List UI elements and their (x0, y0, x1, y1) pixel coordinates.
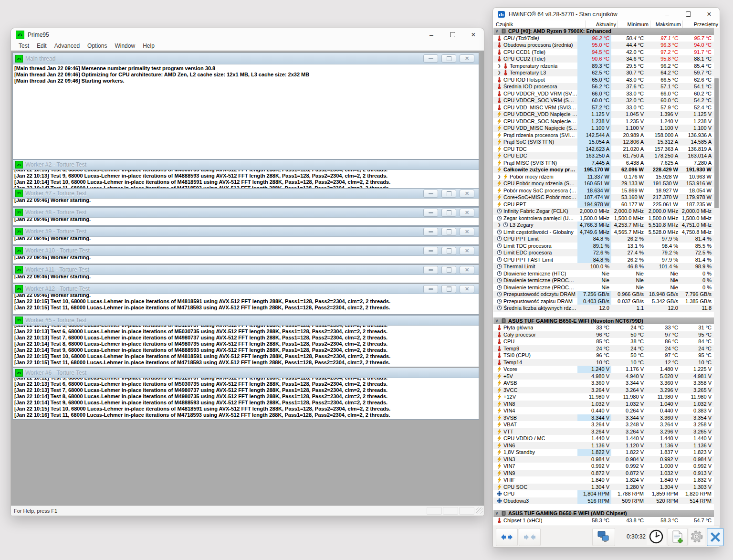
mdi-close-button[interactable]: ✕ (460, 228, 474, 236)
menu-window[interactable]: Window (111, 42, 139, 50)
mdi-close-button[interactable]: ✕ (460, 190, 474, 198)
sensor-row[interactable]: ❯Temperatury rdzenia89.3 °C29.5 °C96.2 °… (493, 63, 719, 70)
sensor-row[interactable]: CPU VDDCR_VDD Napięcie (SVI3 ...1.125 V1… (493, 111, 719, 118)
sensor-row[interactable]: VTT3.264 V3.264 V3.296 V3.265 V (493, 428, 719, 435)
maximize-button[interactable] (678, 8, 699, 21)
sensor-row[interactable]: 1,8V Standby1.822 V1.822 V1.837 V1.823 V (493, 449, 719, 456)
menu-test[interactable]: Test (15, 42, 33, 50)
worker-log[interactable]: [Jan 22 09:46] Worker starting.[Jan 22 1… (13, 294, 479, 314)
maximize-button[interactable] (442, 28, 463, 41)
sensor-row[interactable]: Zegar kontrolera pamięci (UCLK)1,500.0 M… (493, 215, 719, 222)
sensor-row[interactable]: Prąd MISC (SVI3 TFN)7.445 A6.438 A7.625 … (493, 159, 719, 167)
sensor-row[interactable]: VIN81.032 V1.032 V1.040 V1.032 V (493, 401, 719, 408)
sensor-row[interactable]: 3VCC3.264 V3.264 V3.296 V3.265 V (493, 387, 719, 394)
mdi-minimize-button[interactable] (423, 54, 438, 63)
sensor-row[interactable]: CPU PPT194.978 W60.177 W225.061 W187.235… (493, 201, 719, 208)
mdi-close-button[interactable]: ✕ (460, 209, 474, 217)
sensor-row[interactable]: Infinity Fabric Zegar (FCLK)2,000.0 MHz2… (493, 208, 719, 215)
sensor-row[interactable]: Dławienie termiczne (PROCHOT EXT)NieNieN… (493, 284, 719, 291)
mdi-minimize-button[interactable] (423, 228, 438, 236)
column-minimum[interactable]: Minimum (618, 21, 650, 28)
sensor-row[interactable]: Temp1410 °C10 °C12 °C10 °C (493, 359, 719, 366)
sensor-row[interactable]: 3VSB3.344 V3.344 V3.360 V3.354 V (493, 414, 719, 422)
column-maksimum[interactable]: Maksimum (650, 21, 683, 28)
mdi-minimize-button[interactable] (423, 266, 438, 274)
sensor-row[interactable]: +12V11.980 V11.980 V11.980 V11.980 V (493, 393, 719, 401)
sensor-row[interactable]: CPU VDD_MISC VRM (SVI3 TFN)57.2 °C33.0 °… (493, 104, 719, 111)
sensor-row[interactable]: Średnia liczba aktywnych rdzeni12.01.112… (493, 305, 719, 312)
sensor-row[interactable]: CPU85 °C38 °C86 °C84 °C (493, 338, 719, 345)
worker-log[interactable]: [Jan 22 09:46] Worker starting. (13, 237, 479, 244)
sensor-row[interactable]: Temp924 °C24 °C24 °C24 °C (493, 345, 719, 352)
sensor-row[interactable]: Prąd SoC (SVI3 TFN)15.054 A12.806 A15.31… (493, 138, 719, 146)
sensor-row[interactable]: CPU IOD Hotspot65.0 °C43.0 °C66.5 °C62.6… (493, 76, 719, 84)
column-czujnik[interactable]: Czujnik (493, 21, 586, 28)
sensor-row[interactable]: VHIF1.840 V1.824 V1.840 V1.832 V (493, 476, 719, 484)
sensor-row[interactable]: VBAT3.264 V3.248 V3.264 V3.258 V (493, 421, 719, 428)
sensor-row[interactable]: Obudowa procesora (średnia)95.0 °C44.4 °… (493, 42, 719, 49)
worker-log[interactable]: [Jan 22 09:46] Worker starting. (13, 218, 479, 225)
sensor-row[interactable]: Pobór mocy SoC procesora (SVI3 ...18.634… (493, 187, 719, 194)
mdi-maximize-button[interactable] (441, 209, 456, 217)
sensor-row[interactable]: Obudowa3516 RPM509 RPM520 RPM514 RPM (493, 497, 719, 505)
sensor-row[interactable]: TSI0 (CPU)96 °C50 °C97 °C95 °C (493, 352, 719, 359)
sensor-row[interactable]: CPU TDC142.623 A21.020 A157.363 A136.819… (493, 146, 719, 153)
sensor-row[interactable]: Cały procesor96 °C50 °C97 °C95 °C (493, 331, 719, 338)
sensor-row[interactable]: VIN61.136 V1.120 V1.136 V1.136 V (493, 442, 719, 449)
menu-help[interactable]: Help (139, 42, 158, 50)
mdi-maximize-button[interactable] (441, 266, 456, 274)
collapse-chevron-icon[interactable]: ∨ (494, 318, 499, 323)
sensor-row[interactable]: VIN70.992 V0.992 V1.000 V0.992 V (493, 463, 719, 470)
remote-monitoring-button[interactable] (592, 528, 615, 546)
uptime-clock-button[interactable] (647, 528, 666, 545)
worker-titlebar[interactable]: 2ᴾ1 Worker #6 - Torture Test (13, 368, 479, 378)
sensor-section-header[interactable]: ∨ASUS TUF GAMING B650-E WIFI (Nuvoton NC… (493, 317, 719, 325)
worker-titlebar[interactable]: 2ᴾ1 Worker #7 - Torture Test ✕ (13, 189, 479, 199)
expand-chevron-icon[interactable]: ❯ (497, 70, 502, 75)
expand-chevron-icon[interactable]: ❯ (497, 63, 502, 68)
sensor-row[interactable]: CPU PPT FAST Limit84.8 %26.2 %97.9 %81.4… (493, 256, 719, 264)
close-button[interactable]: × (699, 8, 720, 21)
sensor-row[interactable]: CPU SOC1.304 V1.280 V1.304 V1.303 V (493, 484, 719, 491)
worker-titlebar[interactable]: 2ᴾ1 Worker #11 - Torture Test ✕ (13, 265, 479, 275)
sensor-row[interactable]: Vcore1.240 V1.176 V1.480 V1.225 V (493, 366, 719, 373)
worker-titlebar[interactable]: 2ᴾ1 Worker #9 - Torture Test ✕ (13, 227, 479, 237)
sensor-row[interactable]: CPU EDC163.250 A61.750 A178.250 A163.014… (493, 152, 719, 159)
sensor-row[interactable]: CPU CCD1 (Tdie)94.5 °C42.0 °C97.2 °C91.7… (493, 49, 719, 56)
worker-titlebar[interactable]: 2ᴾ1 Worker #10 - Torture Test ✕ (13, 246, 479, 256)
sensor-row[interactable]: CPU VDDCR_VDD VRM (SVI3 TFN)66.0 °C33.0 … (493, 90, 719, 97)
sensor-row[interactable]: CPU1,804 RPM1,788 RPM1,859 RPM1,820 RPM (493, 490, 719, 497)
mdi-close-button[interactable]: ✕ (460, 285, 474, 293)
mdi-maximize-button[interactable] (441, 190, 456, 198)
sensor-row[interactable]: CPU VDDCR_SOC VRM (SVI3 TFN)60.0 °C32.0 … (493, 97, 719, 104)
sensor-row[interactable]: Limit EDC procesora72.6 %27.4 %79.2 %72.… (493, 249, 719, 256)
worker-titlebar[interactable]: 2ᴾ1 Worker #8 - Torture Test ✕ (13, 208, 479, 218)
menu-edit[interactable]: Edit (33, 42, 51, 50)
sensor-row[interactable]: +5V4.980 V4.940 V5.020 V4.981 V (493, 373, 719, 380)
sensor-column-headers[interactable]: Czujnik Aktualny Minimum Maksimum Przeci… (493, 21, 720, 28)
mdi-minimize-button[interactable] (423, 209, 438, 217)
expand-chevron-icon[interactable]: ❯ (497, 174, 502, 179)
sensor-row[interactable]: CPU VDD_MISC Napięcie (SVI3 TFN)1.100 V1… (493, 125, 719, 132)
worker-log[interactable]: [Jan 22 10:13] Test 8, 68000 Lucas-Lehme… (13, 170, 479, 189)
expand-columns-button[interactable] (496, 528, 518, 546)
sensor-row[interactable]: Przepustowość zapisu DRAM0.403 GB/s0.037… (493, 298, 719, 305)
sensor-section-header[interactable]: ∨CPU [#0]: AMD Ryzen 9 7900X: Enhanced (493, 28, 719, 35)
expand-chevron-icon[interactable]: ❯ (497, 222, 502, 227)
column-aktualny[interactable]: Aktualny (586, 21, 618, 28)
worker-titlebar[interactable]: 2ᴾ1 Worker #5 - Torture Test (13, 316, 479, 326)
mdi-minimize-button[interactable] (423, 285, 438, 293)
sensor-row[interactable]: Dławienie termiczne (HTC)NieNieNie0 % (493, 270, 719, 277)
column-przecietny[interactable]: Przeciętny (683, 21, 720, 28)
collapse-chevron-icon[interactable]: ∨ (494, 511, 499, 516)
mdi-maximize-button[interactable] (441, 247, 456, 255)
sensor-row[interactable]: Limit częstotliwości - Globalny4,749.6 M… (493, 229, 719, 236)
sensor-row[interactable]: Dławienie termiczne (PROCHOT CP...NieNie… (493, 277, 719, 284)
hwinfo-titlebar[interactable]: HWiNFO® 64 v8.28-5770 - Stan czujników –… (493, 8, 720, 21)
mdi-close-button[interactable]: ✕ (460, 247, 474, 255)
sensor-row[interactable]: Całkowite zużycie mocy przez ...195.170 … (493, 166, 719, 173)
prime95-titlebar[interactable]: 2ᴾ1 Prime95 – × (11, 28, 484, 41)
create-report-button[interactable] (668, 528, 688, 546)
worker-log[interactable]: [Jan 22 09:46] Worker starting. (13, 275, 479, 283)
sensor-row[interactable]: Średnia IOD procesora56.2 °C37.6 °C57.1 … (493, 83, 719, 90)
